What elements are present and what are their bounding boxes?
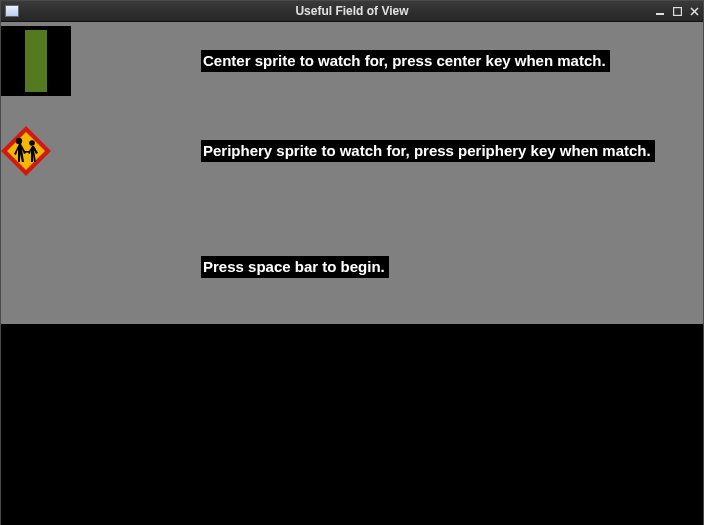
begin-row: Press space bar to begin. (1, 256, 389, 278)
svg-rect-1 (673, 7, 681, 15)
window-controls (655, 1, 699, 21)
green-stripe-sprite-icon (25, 30, 47, 92)
children-crossing-sign-icon (1, 126, 51, 176)
svg-rect-0 (656, 13, 664, 15)
window-title: Useful Field of View (1, 4, 703, 18)
svg-rect-8 (24, 151, 29, 153)
application-window: Useful Field of View Center sprite to wa… (0, 0, 704, 525)
center-sprite-slot (1, 26, 71, 96)
center-sprite-row: Center sprite to watch for, press center… (1, 26, 610, 96)
minimize-icon[interactable] (655, 4, 665, 18)
begin-label: Press space bar to begin. (201, 256, 389, 278)
periphery-sprite-label: Periphery sprite to watch for, press per… (201, 140, 655, 162)
client-area: Center sprite to watch for, press center… (1, 22, 703, 525)
maximize-icon[interactable] (672, 4, 682, 18)
svg-point-6 (16, 138, 22, 144)
svg-point-7 (29, 140, 35, 146)
center-sprite-label: Center sprite to watch for, press center… (201, 50, 610, 72)
app-icon (5, 5, 19, 17)
titlebar[interactable]: Useful Field of View (1, 1, 703, 22)
close-icon[interactable] (689, 4, 699, 18)
instruction-panel: Center sprite to watch for, press center… (1, 22, 703, 324)
periphery-sprite-row: Periphery sprite to watch for, press per… (1, 126, 655, 176)
